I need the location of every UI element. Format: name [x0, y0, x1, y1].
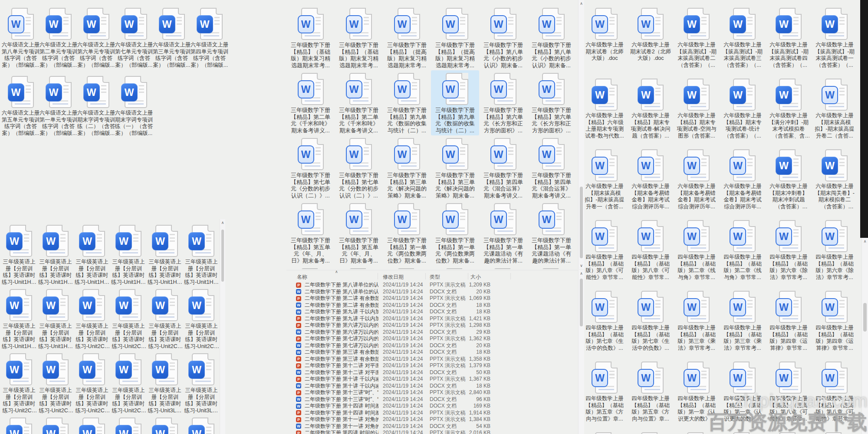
file-item[interactable]: W 三年级数学下册【精品】第六单元《长方形和正方形的面积》...: [527, 70, 575, 135]
file-item[interactable]: W 四年级数学上册【精品】（基础版）第五章《方向与位置》章...: [582, 359, 628, 430]
file-item[interactable]: W 四年级数学上册【精品】（基础版）第三章《乘法》章节常考...: [720, 288, 766, 359]
file-row[interactable]: W 二年级数学下册 第十一讲 对角的认识以... 2024/11/19 14:2…: [286, 423, 578, 430]
column-header-type[interactable]: 类型: [430, 273, 440, 281]
file-item[interactable]: W: [582, 430, 628, 434]
file-item[interactable]: W 三年级英语上册【分层训练】英语课时练习-Unit2Colors...: [183, 286, 220, 351]
file-item[interactable]: W: [383, 266, 431, 269]
file-item[interactable]: W 三年级数学下册【精品】第九单元《数据的收集与统计（二）...: [383, 70, 431, 135]
scrollbar-middle-grid[interactable]: ∧ ∨: [578, 0, 584, 269]
file-item[interactable]: W 三年级数学下册【精品】第二单元《千米和吨》期末备考讲义...: [286, 70, 335, 135]
file-item[interactable]: W 三年级英语上册【分层训练】英语课时练习-Unit1HelloPa...: [37, 222, 74, 286]
file-item[interactable]: W 三年级数学下册【精品】第二单元《千米和吨》期末备考讲义...: [335, 70, 383, 135]
file-row[interactable]: W 二年级数学下册 第十二讲 对平面图形的... 2024/11/19 14:2…: [286, 369, 578, 376]
file-item[interactable]: W 四年级数学上册【精品】（基础版）第四章《运算律》章节常...: [766, 288, 812, 359]
file-item[interactable]: W 六年级语文上册第一单元专项训练字词（含答案）（部编版...: [39, 73, 77, 141]
file-row[interactable]: P 二年级数学下册 第八讲单位的认识和转... 2024/11/19 14:24…: [286, 282, 578, 289]
scrollbar-thumb[interactable]: [221, 230, 224, 282]
file-item[interactable]: W 四年级数学上册【精品】（基础版）第八章《可能性》章节常...: [582, 217, 628, 288]
file-item[interactable]: W 三年级数学下册【精品】（提高版）期末复习精选题期末常考...: [383, 5, 431, 70]
file-row[interactable]: W 二年级数学下册 第八讲单位的认识和转... 2024/11/19 14:24…: [286, 289, 578, 296]
file-item[interactable]: W 四年级数学上册【精品】（基础版）第四章《运算律》章节常...: [812, 288, 858, 359]
file-item[interactable]: W: [37, 415, 74, 434]
file-item[interactable]: W 三年级数学下册【精品】第四单元《混合运算》期末备考讲义...: [527, 135, 575, 201]
file-item[interactable]: W 六年级语文上册第七单元专项训练字词（含答案）（部编版...: [115, 5, 153, 73]
scroll-up-arrow-icon[interactable]: ∧: [579, 270, 584, 276]
file-row[interactable]: P 二年级数学下册 第九讲 千以内加法的竖... 2024/11/19 14:2…: [286, 316, 578, 322]
file-item[interactable]: W 三年级数学下册【精品】（提高版）期末复习精选题期末常考...: [431, 5, 479, 70]
file-item[interactable]: W 三年级数学下册【精品】第四单元《混合运算》期末备考讲义...: [479, 135, 527, 201]
file-item[interactable]: W: [74, 415, 110, 434]
file-item[interactable]: W 三年级数学下册【精品】第三单元《解决问题的策略》期末备...: [383, 135, 431, 201]
file-item[interactable]: W 三年级数学下册【精品】第一单元《两位数乘两位数》期末备...: [383, 201, 431, 266]
file-item[interactable]: W 三年级数学下册【精品】第六单元《长方形和正方形的面积》...: [479, 70, 527, 135]
file-item[interactable]: W 三年级数学下册【精品】第一单元课题活动《有趣的乘法计算...: [479, 201, 527, 266]
file-item[interactable]: W 六年级语文上册第三单元专项训练字词（含答案）（部编版...: [153, 5, 191, 73]
file-item[interactable]: W 六年级数学上册【精品】六年级上册期末专项测试卷-数与代数...: [582, 76, 628, 147]
file-row[interactable]: P 二年级数学下册 第十一讲 对角的认识以... 2024/11/19 14:2…: [286, 416, 578, 423]
file-item[interactable]: W 六年级语文上册期末字词专项训练（一）（含答案）（部编版...: [115, 73, 153, 141]
file-item[interactable]: W 四年级数学上册【精品】（基础版）第二章《线与角》章节常...: [720, 217, 766, 288]
file-item[interactable]: W 四年级数学上册【精品】（基础版）第二章《线与角》章节常...: [674, 217, 720, 288]
file-row[interactable]: W 二年级数学下册 第十讲 千以内减法的竖... 2024/11/19 14:2…: [286, 383, 578, 390]
column-header-date-modified[interactable]: 修改日期: [383, 273, 404, 281]
file-item[interactable]: W 三年级数学下册【精品】第七单元《分数的初步认识（二）》...: [286, 135, 335, 201]
file-item[interactable]: W 六年级数学上册【拔高测试】-期末拔高测试卷三（含答案）（...: [720, 5, 766, 76]
file-item[interactable]: W: [812, 430, 858, 434]
file-item[interactable]: W 三年级英语上册【分层训练】英语课时练习-Unit1Hello第...: [74, 222, 110, 286]
file-row[interactable]: P 二年级数学下册 第四讲 时间的认识 复... 2024/11/19 14:2…: [286, 430, 578, 434]
file-item[interactable]: W 三年级数学下册【精品】第八单元《小数的初步认识》期末备...: [527, 5, 575, 70]
file-item[interactable]: W 四年级数学上册【精品】（基础版）第三章《乘法》章节常考...: [674, 288, 720, 359]
file-item[interactable]: W 六年级语文上册期末字词专项训练（二）（含答案）（部编版...: [77, 73, 115, 141]
scrollbar-thumb[interactable]: [863, 303, 867, 332]
file-item[interactable]: W 四年级数学上册【精品】（提高版）第八章《可能性》章节常...: [812, 359, 858, 430]
file-row[interactable]: W 二年级数学下册 第三讲 有余数除法的竖... 2024/11/19 14:2…: [286, 349, 578, 356]
file-item[interactable]: W: [147, 415, 183, 434]
file-item[interactable]: W 六年级数学上册【期末闯关卷】-期末模拟卷二（含答案）（北...: [812, 147, 858, 217]
column-divider[interactable]: [468, 273, 468, 279]
file-item[interactable]: W 六年级数学上册【期末备考易错金卷】期末考试综合测评历年...: [628, 147, 674, 217]
file-item[interactable]: W 三年级英语上册【分层训练】英语课时练习-Unit2Colors...: [1, 351, 37, 415]
scrollbar-bottom-left-grid[interactable]: ∧: [220, 219, 225, 434]
file-item[interactable]: W 六年级数学上册期末试卷（北师大版）.doc: [582, 5, 628, 76]
file-row[interactable]: P 二年级数学下册 第七讲万以内的大小比... 2024/11/19 14:24…: [286, 335, 578, 342]
file-item[interactable]: W 三年级英语上册【分层训练】英语课时练习-Unit1Hello第...: [183, 222, 220, 286]
file-item[interactable]: W 六年级语文上册第四单元专项训练字词（含答案）（部编版...: [191, 5, 228, 73]
file-row[interactable]: W 二年级数学下册 第七讲万以内的大小比... 2024/11/19 14:24…: [286, 342, 578, 349]
file-item[interactable]: W 三年级英语上册【分层训练】英语课时练习-Unit2Colours...: [110, 351, 147, 415]
file-item[interactable]: W 三年级英语上册【分层训练】英语课时练习-Unit3Lookat...: [183, 351, 220, 415]
file-item[interactable]: W 六年级数学上册【期末备考易错金卷】期末考试综合测评历年...: [674, 147, 720, 217]
file-item[interactable]: W: [1, 415, 37, 434]
file-item[interactable]: W 六年级数学上册【期末冲刺卷】期末冲刺试题（含答案）（北...: [766, 147, 812, 217]
file-item[interactable]: W 六年级语文上册第八单元专项训练字词（含答案）（部编版...: [2, 5, 39, 73]
file-row[interactable]: P 二年级数学下册 第十二讲 对平面图形的... 2024/11/19 14:2…: [286, 362, 578, 369]
file-item[interactable]: W 四年级数学上册【精品】（提高版）第八章《可能性》章节常...: [766, 359, 812, 430]
file-row[interactable]: P 二年级数学下册 第十讲 千以内减法的竖... 2024/11/19 14:2…: [286, 376, 578, 383]
file-row[interactable]: P 二年级数学下册 第二讲 有余数除法的认... 2024/11/19 14:2…: [286, 295, 578, 302]
scrollbar-right-grid[interactable]: ∧: [861, 238, 868, 434]
file-item[interactable]: W 六年级数学上册【拔高测试】-期末拔高测试卷一（含答案）（...: [812, 5, 858, 76]
file-item[interactable]: W 四年级数学上册【精品】（基础版）第一章《认识更大的数》...: [674, 359, 720, 430]
file-item[interactable]: W: [674, 430, 720, 434]
file-item[interactable]: W 三年级英语上册【分层训练】英语课时练习-Unit1Hello第...: [37, 286, 74, 351]
file-item[interactable]: W: [335, 266, 383, 269]
file-item[interactable]: W 四年级数学上册【精品】（基础版）第七章《生活中的负数》...: [582, 288, 628, 359]
file-item[interactable]: W 六年级数学上册【精品】期末专项测试卷-解决问题（含答案）...: [628, 76, 674, 147]
file-item[interactable]: W: [110, 415, 147, 434]
file-row[interactable]: W 二年级数学下册 第十三讲“时”、“分、”... 2024/11/19 14:…: [286, 396, 578, 403]
file-item[interactable]: W: [720, 430, 766, 434]
file-item[interactable]: W 三年级英语上册【分层训练】英语课时练习-Unit2Colours...: [74, 351, 110, 415]
file-item[interactable]: W 三年级英语上册【分层训练】英语课时练习-Unit2Colors...: [110, 286, 147, 351]
file-item[interactable]: W 三年级英语上册【分层训练】英语课时练习-Unit3Lookat...: [147, 351, 183, 415]
file-item[interactable]: W 六年级数学上册【拔高测试】-期末拔高测试卷四（含答案）（...: [766, 5, 812, 76]
column-divider[interactable]: [510, 273, 511, 279]
file-item[interactable]: W 三年级数学下册【精品】第八单元《小数的初步认识》期末备...: [479, 5, 527, 70]
file-item[interactable]: W 六年级数学上册【期末拔高模拟】-期末拔高提升卷一（含答...: [582, 147, 628, 217]
file-row[interactable]: P 二年级数学下册 第十四讲 时间差的应用... 2024/11/19 14:2…: [286, 410, 578, 417]
file-item[interactable]: W 三年级数学下册【精品】第九单元《数据的收集与统计（二）...: [431, 70, 479, 135]
file-item[interactable]: W 六年级数学上册期末试卷2（北师大版）.doc: [628, 5, 674, 76]
file-item[interactable]: W 三年级英语上册【分层训练】英语课时练习-Unit1Hello第...: [110, 222, 147, 286]
file-row[interactable]: P 二年级数学下册 第三讲 有余数除法的竖... 2024/11/19 14:2…: [286, 356, 578, 363]
column-header-name[interactable]: 名称: [297, 273, 307, 281]
file-item[interactable]: W 六年级数学上册【期末拔高模拟】-期末拔高提升卷二（含答...: [812, 76, 858, 147]
file-item[interactable]: W: [527, 266, 575, 269]
